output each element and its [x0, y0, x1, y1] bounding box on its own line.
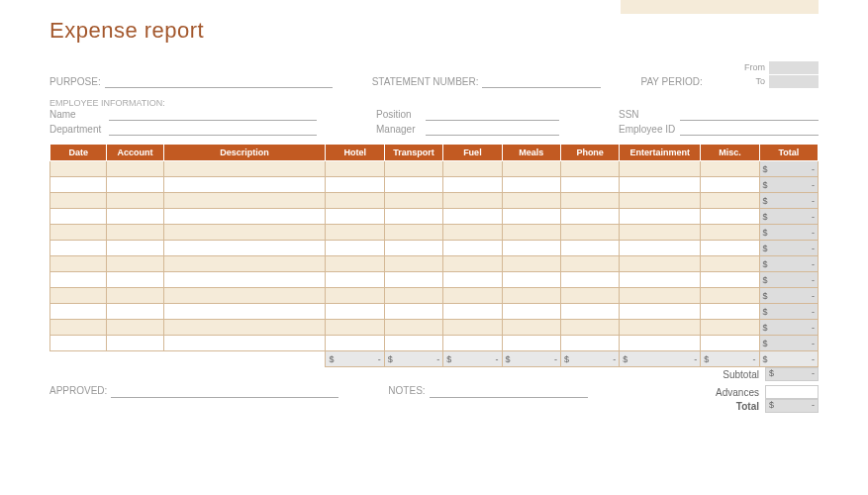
table-cell[interactable]	[502, 177, 560, 193]
table-cell[interactable]	[107, 256, 163, 272]
statement-number-input[interactable]	[482, 75, 601, 88]
table-cell[interactable]	[384, 256, 442, 272]
table-cell[interactable]	[560, 161, 619, 177]
table-cell[interactable]	[384, 177, 442, 193]
table-cell[interactable]	[502, 336, 560, 351]
table-cell[interactable]	[384, 161, 442, 177]
table-cell[interactable]	[326, 177, 384, 193]
table-cell[interactable]	[620, 272, 701, 288]
table-cell[interactable]	[502, 272, 560, 288]
table-cell[interactable]	[560, 225, 619, 241]
table-cell[interactable]	[163, 272, 326, 288]
table-cell[interactable]	[107, 336, 163, 351]
department-input[interactable]	[109, 123, 317, 136]
purpose-input[interactable]	[105, 75, 333, 88]
table-cell[interactable]	[107, 304, 163, 320]
employee-id-input[interactable]	[680, 123, 819, 136]
table-cell[interactable]	[326, 304, 384, 320]
table-cell[interactable]	[326, 336, 384, 351]
table-cell[interactable]	[384, 225, 442, 241]
table-cell[interactable]	[326, 272, 384, 288]
table-cell[interactable]	[107, 241, 163, 256]
table-cell[interactable]	[326, 256, 384, 272]
table-cell[interactable]	[384, 304, 442, 320]
table-cell[interactable]	[384, 209, 442, 225]
table-cell[interactable]	[443, 161, 502, 177]
table-cell[interactable]	[326, 225, 384, 241]
table-cell[interactable]	[443, 177, 502, 193]
table-cell[interactable]	[502, 193, 560, 209]
table-cell[interactable]	[620, 225, 701, 241]
table-cell[interactable]	[560, 304, 619, 320]
table-cell[interactable]	[502, 161, 560, 177]
table-cell[interactable]	[620, 336, 701, 351]
table-cell[interactable]	[50, 225, 107, 241]
table-cell[interactable]	[384, 241, 442, 256]
table-cell[interactable]	[326, 209, 384, 225]
to-input[interactable]	[769, 75, 819, 88]
table-cell[interactable]	[560, 177, 619, 193]
table-cell[interactable]	[620, 288, 701, 304]
table-cell[interactable]	[701, 177, 759, 193]
table-cell[interactable]	[50, 161, 107, 177]
table-cell[interactable]	[701, 161, 759, 177]
table-cell[interactable]	[560, 256, 619, 272]
table-cell[interactable]	[163, 336, 326, 351]
table-cell[interactable]	[701, 241, 759, 256]
table-cell[interactable]	[163, 209, 326, 225]
table-cell[interactable]	[384, 272, 442, 288]
table-cell[interactable]	[443, 304, 502, 320]
table-cell[interactable]	[163, 241, 326, 256]
table-cell[interactable]	[107, 177, 163, 193]
table-cell[interactable]	[50, 336, 107, 351]
table-cell[interactable]	[701, 336, 759, 351]
table-cell[interactable]	[620, 193, 701, 209]
table-cell[interactable]	[326, 161, 384, 177]
table-cell[interactable]	[443, 225, 502, 241]
table-cell[interactable]	[620, 304, 701, 320]
manager-input[interactable]	[426, 123, 559, 136]
table-cell[interactable]	[443, 320, 502, 336]
table-cell[interactable]	[384, 336, 442, 351]
table-cell[interactable]	[50, 272, 107, 288]
table-cell[interactable]	[163, 161, 326, 177]
table-cell[interactable]	[163, 288, 326, 304]
table-cell[interactable]	[326, 288, 384, 304]
table-cell[interactable]	[384, 288, 442, 304]
table-cell[interactable]	[502, 288, 560, 304]
table-cell[interactable]	[50, 209, 107, 225]
table-cell[interactable]	[620, 241, 701, 256]
ssn-input[interactable]	[680, 108, 819, 121]
table-cell[interactable]	[163, 304, 326, 320]
table-cell[interactable]	[502, 241, 560, 256]
table-cell[interactable]	[701, 193, 759, 209]
table-cell[interactable]	[560, 288, 619, 304]
table-cell[interactable]	[620, 320, 701, 336]
table-cell[interactable]	[384, 320, 442, 336]
table-cell[interactable]	[163, 225, 326, 241]
notes-input[interactable]	[430, 385, 588, 398]
table-cell[interactable]	[701, 209, 759, 225]
table-cell[interactable]	[50, 288, 107, 304]
table-cell[interactable]	[701, 304, 759, 320]
table-cell[interactable]	[107, 288, 163, 304]
table-cell[interactable]	[443, 256, 502, 272]
table-cell[interactable]	[701, 320, 759, 336]
table-cell[interactable]	[326, 193, 384, 209]
table-cell[interactable]	[163, 320, 326, 336]
table-cell[interactable]	[50, 320, 107, 336]
from-input[interactable]	[769, 61, 819, 74]
name-input[interactable]	[109, 108, 317, 121]
table-cell[interactable]	[620, 177, 701, 193]
position-input[interactable]	[426, 108, 559, 121]
table-cell[interactable]	[163, 193, 326, 209]
table-cell[interactable]	[620, 256, 701, 272]
table-cell[interactable]	[443, 193, 502, 209]
table-cell[interactable]	[50, 177, 107, 193]
table-cell[interactable]	[502, 225, 560, 241]
table-cell[interactable]	[107, 161, 163, 177]
table-cell[interactable]	[107, 209, 163, 225]
table-cell[interactable]	[560, 193, 619, 209]
table-cell[interactable]	[560, 209, 619, 225]
table-cell[interactable]	[701, 256, 759, 272]
